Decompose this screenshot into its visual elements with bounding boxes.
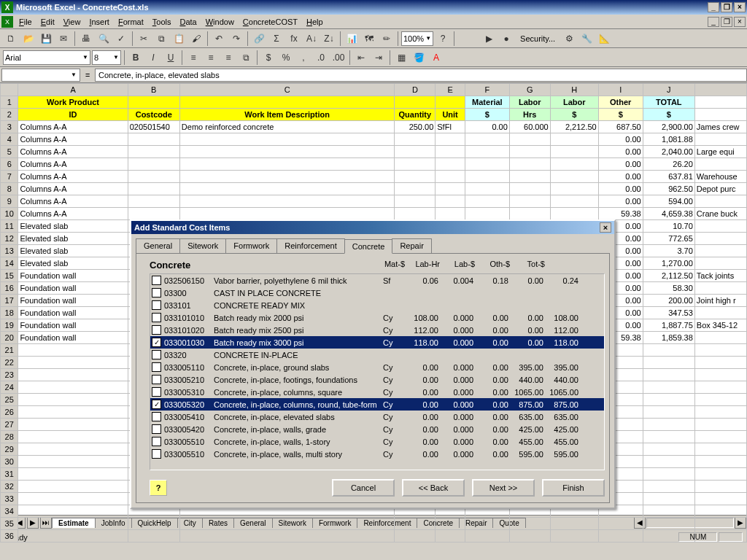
finish-button[interactable]: Finish <box>542 479 605 497</box>
col-header[interactable]: D <box>395 84 436 96</box>
paste-icon[interactable]: 📋 <box>171 31 187 47</box>
dialog-tab-repair[interactable]: Repair <box>392 238 431 253</box>
comma-icon[interactable]: , <box>295 50 311 66</box>
save-icon[interactable]: 💾 <box>38 31 54 47</box>
new-icon[interactable]: 🗋 <box>3 31 19 47</box>
col-header[interactable]: A <box>18 84 128 96</box>
preview-icon[interactable]: 🔍 <box>96 31 112 47</box>
italic-icon[interactable]: I <box>145 50 161 66</box>
equals-icon[interactable]: = <box>80 71 95 79</box>
checkbox[interactable] <box>152 300 161 310</box>
cost-item-row[interactable]: 033005510Concrete, in-place, walls, 1-st… <box>150 435 604 448</box>
merge-icon[interactable]: ⧉ <box>238 50 254 66</box>
menu-concretecost[interactable]: ConcreteCOST <box>239 16 302 28</box>
next-button[interactable]: Next >> <box>472 479 535 497</box>
menu-window[interactable]: Window <box>201 16 239 28</box>
dialog-tab-concrete[interactable]: Concrete <box>344 239 393 254</box>
dialog-tab-reinforcement[interactable]: Reinforcement <box>276 238 345 253</box>
underline-icon[interactable]: U <box>163 50 179 66</box>
print-icon[interactable]: 🖶 <box>78 31 94 47</box>
chart-icon[interactable]: 📊 <box>344 31 360 47</box>
borders-icon[interactable]: ▦ <box>393 50 409 66</box>
dialog-titlebar[interactable]: Add Standard Cost Items × <box>131 221 614 234</box>
map-icon[interactable]: 🗺 <box>361 31 377 47</box>
doc-minimize-button[interactable]: _ <box>708 17 719 27</box>
menu-file[interactable]: File <box>15 16 36 28</box>
align-right-icon[interactable]: ≡ <box>220 50 236 66</box>
checkbox[interactable] <box>152 276 161 285</box>
close-button[interactable]: × <box>734 2 746 12</box>
dialog-close-button[interactable]: × <box>600 222 611 233</box>
cut-icon[interactable]: ✂ <box>136 31 152 47</box>
dec-decimal-icon[interactable]: .00 <box>330 50 347 66</box>
currency-icon[interactable]: $ <box>260 50 276 66</box>
percent-icon[interactable]: % <box>278 50 294 66</box>
col-header[interactable]: I <box>598 84 643 96</box>
open-icon[interactable]: 📂 <box>20 31 36 47</box>
worksheet[interactable]: ABCDEFGHIJ1Work ProductMaterialLaborLabo… <box>0 83 747 515</box>
checkbox[interactable] <box>152 449 161 459</box>
col-header[interactable] <box>694 84 746 96</box>
autosum-icon[interactable]: Σ <box>268 31 285 47</box>
back-button[interactable]: << Back <box>402 479 465 497</box>
font-combo[interactable]: Arial▼ <box>3 50 90 65</box>
sort-desc-icon[interactable]: Z↓ <box>321 31 337 47</box>
checkbox[interactable] <box>152 412 161 421</box>
fill-color-icon[interactable]: 🪣 <box>411 50 427 66</box>
col-header[interactable]: B <box>128 84 179 96</box>
dialog-tab-formwork[interactable]: Formwork <box>225 238 277 253</box>
formula-input[interactable]: Concrete, in-place, elevated slabs <box>95 69 747 82</box>
menu-view[interactable]: View <box>59 16 85 28</box>
mail-icon[interactable]: ✉ <box>55 31 71 47</box>
dialog-tab-sitework[interactable]: Sitework <box>179 238 226 253</box>
checkbox[interactable] <box>152 313 161 322</box>
redo-icon[interactable]: ↷ <box>228 31 244 47</box>
spell-icon[interactable]: ✓ <box>113 31 129 47</box>
menu-tools[interactable]: Tools <box>148 16 176 28</box>
run-macro-icon[interactable]: ▶ <box>481 31 497 47</box>
checkbox[interactable] <box>152 437 161 446</box>
col-header[interactable]: J <box>643 84 694 96</box>
menu-help[interactable]: Help <box>302 16 328 28</box>
undo-icon[interactable]: ↶ <box>211 31 227 47</box>
checkbox[interactable] <box>152 362 161 372</box>
menu-format[interactable]: Format <box>114 16 148 28</box>
cost-item-row[interactable]: 03300CAST IN PLACE CONCRETE <box>150 287 604 299</box>
cost-item-row[interactable]: 033005410Concrete, in-place, elevated sl… <box>150 411 604 423</box>
menu-edit[interactable]: Edit <box>36 16 59 28</box>
name-box[interactable]: ▼ <box>1 69 80 82</box>
col-header[interactable]: H <box>550 84 598 96</box>
checkbox[interactable] <box>152 288 161 298</box>
bold-icon[interactable]: B <box>128 50 144 66</box>
inc-decimal-icon[interactable]: .0 <box>313 50 329 66</box>
function-icon[interactable]: fx <box>286 31 302 47</box>
cost-item-row[interactable]: ✓033005320Concrete, in-place, columns, r… <box>150 398 604 411</box>
checkbox[interactable] <box>152 424 161 434</box>
checkbox[interactable]: ✓ <box>152 400 161 409</box>
vba-icon[interactable]: ⚙ <box>561 31 577 47</box>
sort-asc-icon[interactable]: A↓ <box>303 31 320 47</box>
items-list[interactable]: 032506150Vabor barrier, polyethylene 6 m… <box>150 273 605 470</box>
workbook-icon[interactable]: X <box>1 16 13 28</box>
col-header[interactable]: C <box>179 84 395 96</box>
col-header[interactable]: G <box>509 84 550 96</box>
dec-indent-icon[interactable]: ⇤ <box>353 50 369 66</box>
cost-item-row[interactable]: 033101010Batch ready mix 2000 psiCy108.0… <box>150 311 604 324</box>
col-header[interactable]: E <box>436 84 465 96</box>
cost-item-row[interactable]: 033005210Concrete, in-place, footings, f… <box>150 373 604 386</box>
doc-restore-button[interactable]: ❐ <box>721 17 732 27</box>
menu-data[interactable]: Data <box>175 16 201 28</box>
menu-insert[interactable]: Insert <box>85 16 114 28</box>
align-left-icon[interactable]: ≡ <box>185 50 201 66</box>
checkbox[interactable] <box>152 350 161 359</box>
drawing-icon[interactable]: ✏ <box>379 31 395 47</box>
stop-macro-icon[interactable]: ● <box>498 31 514 47</box>
format-painter-icon[interactable]: 🖌 <box>188 31 204 47</box>
cost-item-row[interactable]: ✓033001030Batch ready mix 3000 psiCy118.… <box>150 336 604 349</box>
checkbox[interactable]: ✓ <box>152 338 161 347</box>
copy-icon[interactable]: ⧉ <box>153 31 169 47</box>
cancel-button[interactable]: Cancel <box>332 479 395 497</box>
checkbox[interactable] <box>152 375 161 384</box>
zoom-combo[interactable]: 100%▼ <box>401 31 433 46</box>
help-button[interactable]: ? <box>150 480 167 496</box>
